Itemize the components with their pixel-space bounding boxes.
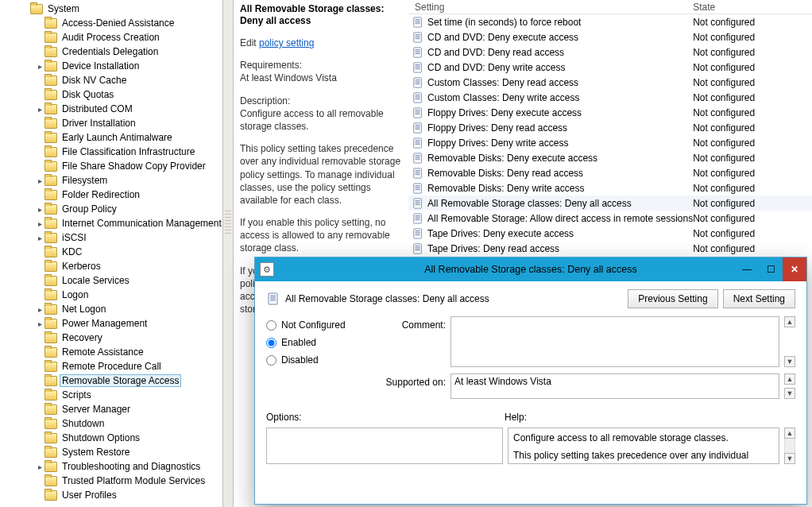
radio-enabled[interactable]: Enabled [266,334,369,351]
tree-label: Early Launch Antimalware [60,132,174,143]
chevron-right-icon[interactable]: ▸ [35,205,44,214]
tree-item[interactable]: ▸Filesystem [0,173,222,188]
chevron-right-icon[interactable]: ▸ [35,105,44,114]
tree-item[interactable]: Recovery [0,331,222,345]
list-row[interactable]: Set time (in seconds) to force rebootNot… [408,14,812,29]
tree-item[interactable]: Logon [0,288,222,302]
dialog-titlebar[interactable]: All Removable Storage classes: Deny all … [255,257,806,281]
tree-label: Driver Installation [60,118,137,129]
tree-item[interactable]: File Classification Infrastructure [0,145,222,159]
folder-icon [44,189,57,200]
tree-item[interactable]: Disk Quotas [0,87,222,102]
chevron-right-icon[interactable]: ▸ [35,219,44,228]
tree-label: Shutdown Options [60,432,141,443]
scroll-up-icon[interactable]: ▲ [784,373,795,385]
tree-item[interactable]: Disk NV Cache [0,73,222,87]
tree-item[interactable]: Folder Redirection [0,188,222,202]
scroll-up-icon[interactable]: ▲ [784,428,795,439]
tree-item[interactable]: ▸Power Management [0,316,222,331]
tree-item[interactable]: Access-Denied Assistance [0,16,222,30]
tree-item[interactable]: ▸Net Logon [0,302,222,316]
col-setting[interactable]: Setting [415,2,693,13]
tree-item[interactable]: Audit Process Creation [0,30,222,45]
tree-item[interactable]: File Share Shadow Copy Provider [0,159,222,173]
edit-policy-link[interactable]: policy setting [259,37,314,48]
folder-icon [44,218,57,229]
chevron-right-icon[interactable]: ▸ [35,176,44,185]
radio-not-configured[interactable]: Not Configured [266,316,369,334]
list-row[interactable]: Floppy Drives: Deny execute accessNot co… [408,105,812,120]
cell-setting: Tape Drives: Deny read access [427,243,693,254]
chevron-right-icon[interactable]: ▸ [35,305,44,314]
nav-tree[interactable]: System Access-Denied AssistanceAudit Pro… [0,0,222,507]
policy-editor-dialog: All Removable Storage classes: Deny all … [254,257,807,505]
tree-item[interactable]: System Restore [0,445,222,459]
tree-item[interactable]: Trusted Platform Module Services [0,474,222,488]
tree-item[interactable]: Server Manager [0,402,222,416]
list-row[interactable]: All Removable Storage classes: Deny all … [408,195,812,211]
scroll-down-icon[interactable]: ▼ [784,453,795,464]
chevron-right-icon[interactable]: ▸ [35,62,44,71]
detail-edit-prefix: Edit [240,37,259,48]
tree-item[interactable]: User Profiles [0,488,222,502]
list-row[interactable]: Custom Classes: Deny read accessNot conf… [408,75,812,90]
tree-item[interactable]: ▸Internet Communication Management [0,216,222,230]
tree-item[interactable]: Locale Services [0,273,222,288]
list-row[interactable]: Removable Disks: Deny execute accessNot … [408,150,812,165]
close-button[interactable]: ✕ [783,257,806,281]
folder-icon [44,304,57,315]
cell-setting: CD and DVD: Deny execute access [427,32,693,43]
tree-item[interactable]: Remote Procedure Call [0,359,222,373]
cell-setting: Removable Disks: Deny execute access [427,153,693,164]
options-label: Options: [266,412,505,423]
maximize-button[interactable]: ☐ [759,257,783,281]
tree-item[interactable]: Credentials Delegation [0,45,222,59]
tree-item[interactable]: ▸Device Installation [0,59,222,73]
tree-item[interactable]: Removable Storage Access [0,373,222,388]
cell-setting: Custom Classes: Deny read access [427,77,693,88]
tree-item[interactable]: Scripts [0,388,222,402]
list-row[interactable]: All Removable Storage: Allow direct acce… [408,211,812,226]
chevron-right-icon[interactable]: ▸ [35,319,44,328]
tree-item[interactable]: Kerberos [0,259,222,273]
tree-item[interactable]: Shutdown Options [0,431,222,445]
minimize-button[interactable]: — [735,257,759,281]
col-state[interactable]: State [693,2,812,13]
radio-disabled[interactable]: Disabled [266,351,369,369]
tree-item[interactable]: ▸Distributed COM [0,102,222,116]
list-row[interactable]: Custom Classes: Deny write accessNot con… [408,90,812,105]
list-row[interactable]: CD and DVD: Deny write accessNot configu… [408,60,812,75]
previous-setting-button[interactable]: Previous Setting [628,289,717,308]
tree-item[interactable]: ▸iSCSI [0,230,222,245]
tree-item[interactable]: Early Launch Antimalware [0,130,222,145]
list-row[interactable]: Tape Drives: Deny execute accessNot conf… [408,226,812,241]
tree-item-system[interactable]: System [0,2,222,16]
chevron-right-icon[interactable]: ▸ [35,462,44,471]
scroll-down-icon[interactable]: ▼ [784,356,795,367]
cell-state: Not configured [693,243,812,254]
list-row[interactable]: Tape Drives: Deny read accessNot configu… [408,241,812,256]
comment-input[interactable] [450,316,779,367]
list-row[interactable]: Removable Disks: Deny write accessNot co… [408,180,812,195]
chevron-right-icon[interactable]: ▸ [35,234,44,242]
scroll-up-icon[interactable]: ▲ [784,316,795,327]
tree-label: Remote Assistance [60,346,145,358]
radio-label: Enabled [281,337,316,348]
splitter-handle[interactable] [222,0,234,507]
tree-item[interactable]: ▸Troubleshooting and Diagnostics [0,459,222,474]
tree-item[interactable]: KDC [0,245,222,259]
list-row[interactable]: Floppy Drives: Deny read accessNot confi… [408,120,812,135]
tree-item[interactable]: Shutdown [0,416,222,431]
tree-item[interactable]: Driver Installation [0,116,222,130]
tree-item[interactable]: ▸Group Policy [0,202,222,216]
cell-state: Not configured [693,198,812,209]
tree-item[interactable]: Remote Assistance [0,345,222,359]
next-setting-button[interactable]: Next Setting [723,289,795,308]
list-row[interactable]: CD and DVD: Deny read accessNot configur… [408,45,812,60]
cell-state: Not configured [693,47,812,58]
list-row[interactable]: CD and DVD: Deny execute accessNot confi… [408,29,812,45]
list-row[interactable]: Removable Disks: Deny read accessNot con… [408,165,812,180]
list-row[interactable]: Floppy Drives: Deny write accessNot conf… [408,135,812,150]
scroll-down-icon[interactable]: ▼ [784,388,795,399]
tree-label: Removable Storage Access [60,375,180,386]
